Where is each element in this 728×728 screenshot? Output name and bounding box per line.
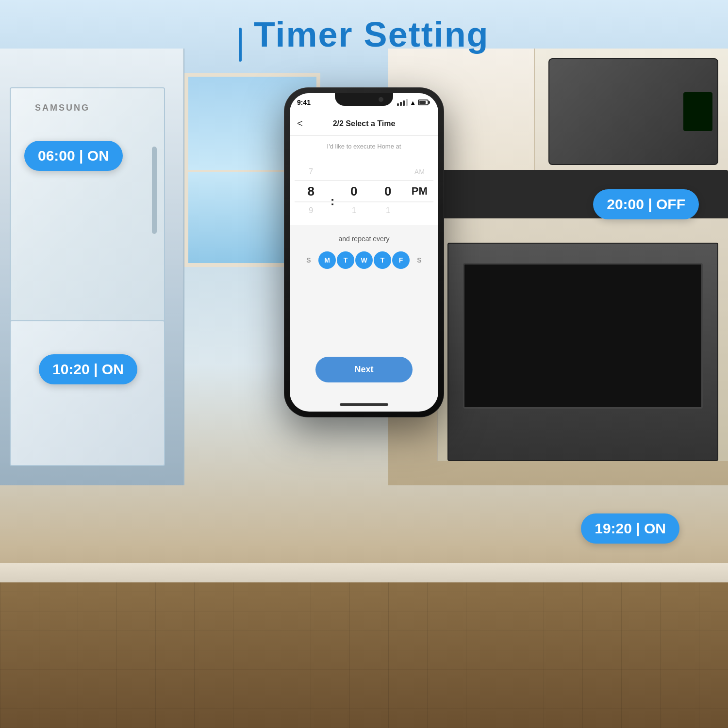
fridge-brand: SAMSUNG: [35, 103, 90, 113]
hour-column[interactable]: 7 8 9: [294, 162, 328, 220]
min1-below: 1: [337, 201, 371, 220]
ampm-above: AM: [414, 162, 425, 182]
hour-selected: 8: [294, 182, 328, 201]
min2-above: [371, 162, 405, 182]
phone-home-bar: [340, 403, 388, 406]
execute-label: I'd like to execute Home at: [290, 136, 438, 157]
day-btn-5[interactable]: F: [392, 251, 410, 269]
hour-above: 7: [294, 162, 328, 182]
floating-label-top-left: 06:00 | ON: [24, 141, 123, 171]
microwave: [548, 58, 718, 165]
phone-notch: [335, 93, 393, 106]
oven-window: [463, 263, 703, 409]
time-picker[interactable]: 7 8 9 : 0 1 0: [290, 157, 438, 225]
floating-label-bottom-right: 19:20 | ON: [581, 513, 679, 544]
floor: [0, 582, 728, 728]
back-button[interactable]: <: [297, 118, 303, 129]
wifi-icon: ▲: [410, 99, 416, 106]
signal-icon: [397, 99, 408, 106]
signal-bar-2: [400, 102, 402, 106]
next-button-container: Next: [290, 357, 438, 382]
day-btn-0[interactable]: S: [300, 251, 317, 269]
ampm-column[interactable]: AM PM: [405, 162, 434, 220]
app-header: < 2/2 Select a Time: [290, 112, 438, 136]
phone-shell: 9:41 ▲ < 2/2 Select a Tim: [284, 87, 444, 417]
days-row: SMTWTFS: [297, 251, 431, 269]
min2-below: 1: [371, 201, 405, 220]
fridge-handle: [152, 147, 157, 234]
phone: 9:41 ▲ < 2/2 Select a Tim: [284, 87, 444, 417]
min1-above: [337, 162, 371, 182]
time-picker-row: 7 8 9 : 0 1 0: [290, 162, 438, 220]
floating-label-top-right: 20:00 | OFF: [593, 189, 699, 219]
min2-column[interactable]: 0 1: [371, 162, 405, 220]
day-btn-1[interactable]: M: [318, 251, 336, 269]
notch-camera: [379, 97, 383, 102]
kitchen-left: SAMSUNG: [0, 49, 184, 485]
status-icons: ▲: [397, 99, 429, 106]
day-btn-2[interactable]: T: [337, 251, 354, 269]
min1-selected: 0: [337, 182, 371, 201]
fridge-bottom: [10, 320, 165, 466]
ampm-selected: PM: [412, 182, 428, 201]
day-btn-4[interactable]: T: [374, 251, 391, 269]
title-text: Timer Setting: [254, 15, 489, 54]
signal-bar-1: [397, 103, 399, 106]
min1-column[interactable]: 0 1: [337, 162, 371, 220]
status-time: 9:41: [297, 99, 311, 106]
floating-label-mid-left: 10:20 | ON: [39, 354, 137, 384]
title-bar: [239, 28, 242, 62]
day-btn-6[interactable]: S: [411, 251, 428, 269]
repeat-section: and repeat every SMTWTFS: [290, 225, 438, 276]
oven-door: [447, 243, 718, 461]
battery-fill: [419, 101, 426, 104]
header-title: 2/2 Select a Time: [333, 119, 396, 128]
page-title: Timer Setting: [0, 15, 728, 62]
hour-below: 9: [294, 201, 328, 220]
signal-bar-4: [406, 99, 408, 106]
microwave-screen: [683, 92, 712, 131]
day-btn-3[interactable]: W: [355, 251, 373, 269]
floor-planks: [0, 582, 728, 728]
phone-screen: 9:41 ▲ < 2/2 Select a Tim: [290, 93, 438, 412]
repeat-label: and repeat every: [297, 235, 431, 243]
next-button[interactable]: Next: [315, 357, 413, 382]
signal-bar-3: [403, 100, 405, 106]
time-colon: :: [328, 194, 337, 209]
min2-selected: 0: [371, 182, 405, 201]
battery-icon: [418, 99, 429, 105]
